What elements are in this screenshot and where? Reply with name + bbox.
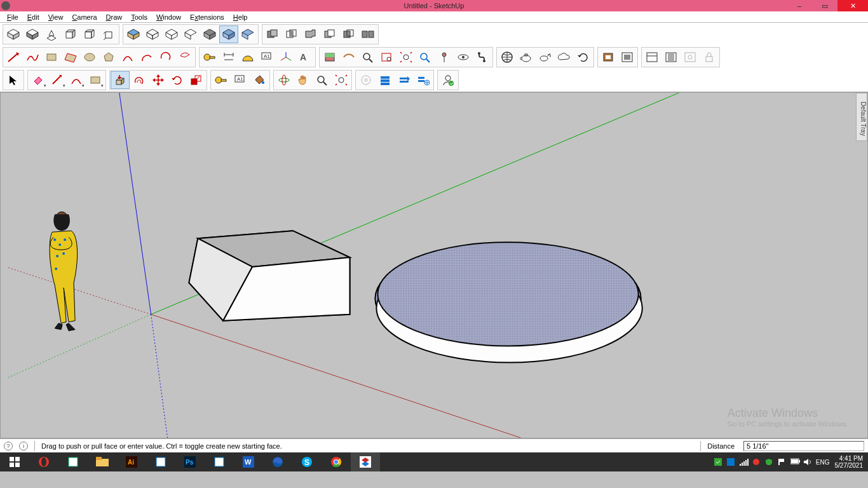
- zoom-tool-icon[interactable]: [358, 48, 377, 66]
- right-view-icon[interactable]: [61, 25, 80, 43]
- scale-tool-icon[interactable]: [187, 71, 206, 89]
- protractor-icon[interactable]: [238, 48, 257, 66]
- warehouse-export-icon[interactable]: [536, 48, 555, 66]
- menu-window[interactable]: Window: [152, 13, 186, 21]
- taskbar-writer-icon[interactable]: [146, 452, 175, 471]
- tray-network-icon[interactable]: [740, 458, 747, 466]
- taskbar-illustrator-icon[interactable]: Ai: [117, 452, 146, 471]
- iso-view-icon[interactable]: [4, 25, 23, 43]
- info-icon[interactable]: i: [19, 442, 28, 451]
- taskbar-explorer-icon[interactable]: [88, 452, 117, 471]
- pan-tool-icon[interactable]: [294, 71, 313, 89]
- paint-bucket-icon[interactable]: [250, 71, 269, 89]
- tape-measure-icon[interactable]: [200, 48, 219, 66]
- taskbar-skype-icon[interactable]: S: [292, 452, 322, 471]
- move-tool-icon[interactable]: [149, 71, 168, 89]
- solid-outer-shell-icon[interactable]: [263, 25, 282, 43]
- previous-view-icon[interactable]: [416, 48, 435, 66]
- section-plane-icon[interactable]: [320, 48, 339, 66]
- menu-camera[interactable]: Camera: [67, 13, 101, 21]
- 3d-text-icon[interactable]: A: [295, 48, 315, 66]
- style-backedges-icon[interactable]: [238, 25, 257, 43]
- back-view-icon[interactable]: [80, 25, 99, 43]
- maximize-button[interactable]: ▭: [812, 0, 837, 11]
- tape-measure-2-icon[interactable]: [212, 71, 231, 89]
- freehand-tool-icon[interactable]: [23, 48, 42, 66]
- start-button[interactable]: [0, 452, 29, 471]
- shape-drop-icon[interactable]: [86, 71, 105, 89]
- menu-extensions[interactable]: Extensions: [186, 13, 229, 21]
- menu-help[interactable]: Help: [229, 13, 252, 21]
- menu-edit[interactable]: Edit: [23, 13, 44, 21]
- taskbar-chrome-icon[interactable]: [322, 452, 351, 471]
- look-around-icon[interactable]: [454, 48, 473, 66]
- eraser-tool-icon[interactable]: [29, 71, 48, 89]
- arc-tool-icon[interactable]: [118, 48, 137, 66]
- select-tool-icon[interactable]: [4, 71, 23, 89]
- circle-tool-icon[interactable]: [80, 48, 99, 66]
- component-attributes-icon[interactable]: [376, 71, 395, 89]
- default-tray-tab[interactable]: Default Tray: [856, 93, 867, 141]
- 2pt-arc-tool-icon[interactable]: [137, 48, 156, 66]
- tray-shield-icon[interactable]: [714, 458, 722, 466]
- tray-flag-icon[interactable]: [778, 458, 785, 466]
- taskbar-sketchup-icon[interactable]: [351, 452, 380, 471]
- style-wireframe-icon[interactable]: [143, 25, 162, 43]
- top-view-icon[interactable]: [23, 25, 42, 43]
- position-camera-icon[interactable]: [435, 48, 454, 66]
- model-viewport[interactable]: Default Tray Activate Windows Go to PC s…: [0, 92, 868, 438]
- left-view-icon[interactable]: [99, 25, 118, 43]
- dynamic-component-icon[interactable]: [395, 71, 414, 89]
- menu-file[interactable]: File: [3, 13, 23, 21]
- taskbar-libreoffice-icon[interactable]: [58, 452, 88, 471]
- style-hidden-icon[interactable]: [162, 25, 181, 43]
- menu-view[interactable]: View: [44, 13, 68, 21]
- line-tool-icon[interactable]: [4, 48, 23, 66]
- zoom-2-icon[interactable]: [313, 71, 332, 89]
- minimize-button[interactable]: –: [787, 0, 812, 11]
- walk-tool-icon[interactable]: [473, 48, 492, 66]
- style-monochrome-icon[interactable]: [181, 25, 200, 43]
- offset-tool-icon[interactable]: [130, 71, 149, 89]
- solid-union-icon[interactable]: [301, 25, 320, 43]
- tray-defender-icon[interactable]: [727, 458, 735, 466]
- dimension-tool-icon[interactable]: [219, 48, 238, 66]
- tray-language[interactable]: ENG: [816, 459, 830, 466]
- add-location-icon[interactable]: [661, 48, 681, 66]
- taskbar-opera-icon[interactable]: [29, 452, 58, 471]
- solid-split-icon[interactable]: [358, 25, 377, 43]
- warehouse-refresh-icon[interactable]: [574, 48, 593, 66]
- tray-battery-icon[interactable]: [790, 458, 798, 466]
- solid-trim-icon[interactable]: [339, 25, 358, 43]
- solid-subtract-icon[interactable]: [320, 25, 339, 43]
- style-shaded-icon[interactable]: [124, 25, 143, 43]
- rectangle-tool-icon[interactable]: [42, 48, 61, 66]
- taskbar-word-icon[interactable]: W: [234, 452, 263, 471]
- style-xray-icon[interactable]: [219, 25, 238, 43]
- front-view-icon[interactable]: [42, 25, 61, 43]
- rotate-tool-icon[interactable]: [168, 71, 187, 89]
- rotated-rect-tool-icon[interactable]: [61, 48, 80, 66]
- solid-intersect-icon[interactable]: [282, 25, 301, 43]
- layout-style-icon[interactable]: [618, 48, 637, 66]
- zoom-window-icon[interactable]: [377, 48, 397, 66]
- tray-volume-icon[interactable]: [803, 458, 811, 466]
- axes-tool-icon[interactable]: [276, 48, 295, 66]
- text-label-icon[interactable]: A1: [231, 71, 250, 89]
- tray-opera-icon[interactable]: [752, 458, 760, 466]
- zoom-extents-icon[interactable]: [397, 48, 416, 66]
- text-tool-icon[interactable]: A1: [257, 48, 276, 66]
- 3pt-arc-tool-icon[interactable]: [156, 48, 175, 66]
- warehouse-globe-icon[interactable]: [498, 48, 517, 66]
- component-settings-icon[interactable]: [414, 71, 433, 89]
- measurement-value[interactable]: 5 1/16": [743, 441, 864, 451]
- help-icon[interactable]: ?: [4, 442, 13, 451]
- toggle-terrain-icon[interactable]: [642, 48, 661, 66]
- layout-sendto-icon[interactable]: [599, 48, 618, 66]
- push-pull-tool-icon[interactable]: [111, 71, 130, 89]
- user-signin-icon[interactable]: [438, 71, 458, 89]
- menu-tools[interactable]: Tools: [126, 13, 152, 21]
- orbit-tool-icon[interactable]: [275, 71, 294, 89]
- warehouse-teapot-icon[interactable]: [517, 48, 536, 66]
- zoom-extents-2-icon[interactable]: [332, 71, 351, 89]
